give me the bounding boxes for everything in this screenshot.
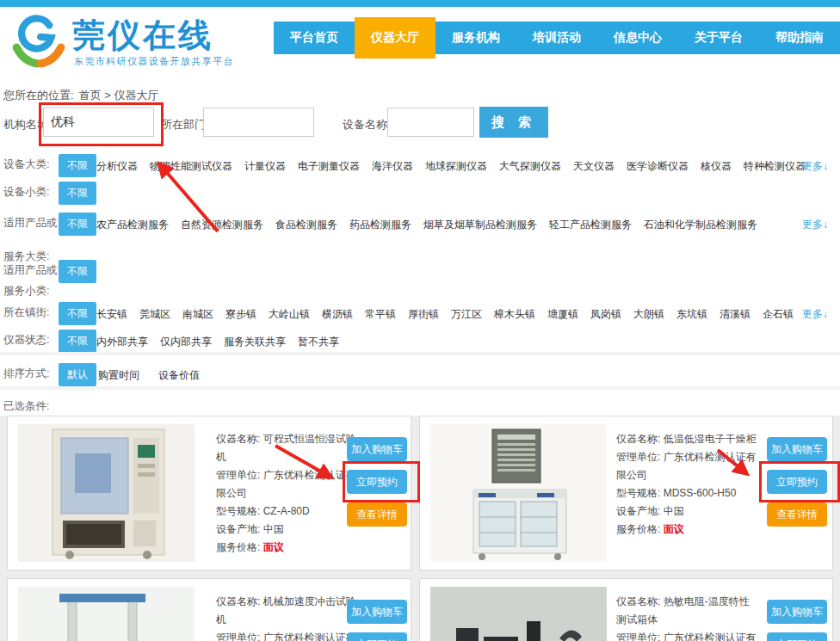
equipment-photo-cabinet[interactable] [430,424,607,562]
nav-item-6[interactable]: 关于平台 [678,22,759,54]
detail-label: 仪器名称: [216,595,263,607]
filter-label: 设备小类: [3,185,49,200]
add-to-cart-button[interactable]: 加入购物车 [767,600,827,624]
book-now-button[interactable]: 立即预约 [767,470,827,494]
filter-option[interactable]: 天文仪器 [573,159,615,174]
filter-option[interactable]: 南城区 [182,307,213,322]
filter-option[interactable]: 莞城区 [139,307,170,322]
filter-option[interactable]: 自然资源检测服务 [181,218,263,232]
filter-option[interactable]: 企石镇 [763,307,794,322]
view-details-button[interactable]: 查看详情 [767,502,827,527]
equipment-photo-frame[interactable] [18,587,195,641]
equipment-photo-bench[interactable] [430,587,607,641]
filter-options: 农产品检测服务自然资源检测服务食品检测服务药品检测服务烟草及烟草制品检测服务轻工… [96,218,757,232]
equipment-details: 仪器名称: 机械加速度冲击试验机管理单位: 广东优科检测认证有限公司 [216,593,358,641]
filter-option[interactable]: 大气探测仪器 [499,159,561,174]
filter-option[interactable]: 长安镇 [96,307,127,322]
filter-option[interactable]: 轻工产品检测服务 [549,218,632,232]
filter-option[interactable]: 药品检测服务 [349,218,411,232]
filter-option[interactable]: 医学诊断仪器 [627,159,689,174]
book-now-button[interactable]: 立即预约 [347,470,407,494]
device-name-input[interactable] [387,108,474,137]
filter-option[interactable]: 仅内部共享 [160,335,212,349]
filter-option[interactable]: 凤岗镇 [590,307,621,322]
book-now-button[interactable]: 立即预约 [767,632,827,641]
nav-item-1[interactable]: 平台首页 [274,22,355,54]
detail-line: 仪器名称: 机械加速度冲击试验机 [216,593,358,629]
nav-item-4[interactable]: 培训活动 [516,22,597,54]
more-link[interactable]: 更多↓ [802,218,828,232]
filter-selected-chip[interactable]: 不限 [59,154,96,177]
breadcrumb-path[interactable]: 首页 > 仪器大厅 [79,89,159,102]
filter-selected-chip[interactable]: 不限 [59,260,96,283]
filter-option[interactable]: 大岭山镇 [269,307,310,322]
sort-row: 排序方式:默认购置时间设备价值 [0,361,840,387]
filter-option[interactable]: 寮步镇 [225,307,256,322]
add-to-cart-button[interactable]: 加入购物车 [347,437,407,461]
detail-line: 仪器名称: 可程式恒温恒湿试验机 [216,430,358,466]
equipment-photo-chamber[interactable] [18,424,195,562]
sort-option[interactable]: 设备价值 [158,368,200,383]
filter-selected-chip[interactable]: 不限 [59,182,96,205]
device-name-label: 设备名称: [343,117,391,133]
filter-option[interactable]: 樟木头镇 [494,307,535,322]
filter-option[interactable]: 农产品检测服务 [96,218,169,232]
filter-option[interactable]: 横沥镇 [322,307,353,322]
more-link[interactable]: 更多↓ [802,159,828,174]
book-now-button[interactable]: 立即预约 [347,632,407,641]
filter-option[interactable]: 清溪镇 [720,307,750,322]
view-details-button[interactable]: 查看详情 [347,502,407,527]
nav-item-5[interactable]: 信息中心 [597,22,678,54]
filter-option[interactable]: 电子测量仪器 [298,159,360,174]
filter-option[interactable]: 厚街镇 [408,307,439,322]
filter-option[interactable]: 暂不共享 [298,335,339,349]
platform-logo-icon [10,12,67,69]
filter-row-4: 适用产品或服务小类:不限 [0,258,840,284]
filter-option[interactable]: 大朗镇 [633,307,664,322]
filter-option[interactable]: 万江区 [451,307,482,322]
filter-option[interactable]: 塘厦镇 [547,307,578,322]
add-to-cart-button[interactable]: 加入购物车 [347,600,407,624]
filter-selected-chip[interactable]: 不限 [59,302,96,325]
detail-value: 面议 [664,523,684,535]
department-input[interactable] [203,108,314,137]
detail-label: 仪器名称: [616,595,664,607]
filter-option[interactable]: 计量仪器 [244,159,286,174]
search-button[interactable]: 搜 索 [479,107,548,138]
platform-title: 莞仪在线 [72,14,213,58]
more-link[interactable]: 更多↓ [802,307,828,322]
sort-label: 排序方式: [3,367,49,381]
filter-selected-chip[interactable]: 不限 [59,213,96,236]
detail-line: 服务价格: 面议 [216,539,358,557]
filter-option[interactable]: 核仪器 [701,159,732,174]
sort-option[interactable]: 购置时间 [98,368,139,383]
equipment-details: 仪器名称: 热敏电阻-温度特性测试箱体管理单位: 广东优科检测认证有限公司 [616,593,758,641]
filter-option[interactable]: 东坑镇 [676,307,707,322]
nav-item-2[interactable]: 仪器大厅 [355,17,435,59]
detail-value: 低温低湿电子干燥柜 [664,433,757,445]
nav-item-7[interactable]: 帮助指南 [759,22,840,54]
filter-option[interactable]: 海洋仪器 [372,159,413,174]
detail-value: 中国 [263,523,284,535]
nav-item-3[interactable]: 服务机构 [435,22,516,54]
detail-label: 管理单位: [616,451,664,463]
filter-option[interactable]: 服务关联共享 [224,335,286,349]
filter-row-1: 设备大类:不限分析仪器物理性能测试仪器计量仪器电子测量仪器海洋仪器地球探测仪器大… [0,152,840,178]
add-to-cart-button[interactable]: 加入购物车 [767,437,827,461]
org-name-input[interactable] [43,108,154,137]
detail-label: 型号规格: [616,487,664,499]
filter-option[interactable]: 常平镇 [365,307,396,322]
filter-option[interactable]: 烟草及烟草制品检测服务 [423,218,537,232]
filter-option[interactable]: 石油和化学制品检测服务 [644,218,757,232]
filter-selected-chip[interactable]: 不限 [59,330,96,353]
detail-line: 设备产地: 中国 [616,502,758,521]
detail-label: 设备产地: [616,505,664,517]
filter-option[interactable]: 特种检测仪器 [744,159,806,174]
sort-selected-chip[interactable]: 默认 [59,363,96,386]
detail-value: CZ-A-80D [263,505,310,517]
filter-option[interactable]: 地球探测仪器 [425,159,487,174]
filter-option[interactable]: 物理性能测试仪器 [150,159,232,174]
filter-option[interactable]: 内外部共享 [96,335,148,349]
filter-option[interactable]: 食品检测服务 [275,218,337,232]
filter-option[interactable]: 分析仪器 [96,159,138,174]
